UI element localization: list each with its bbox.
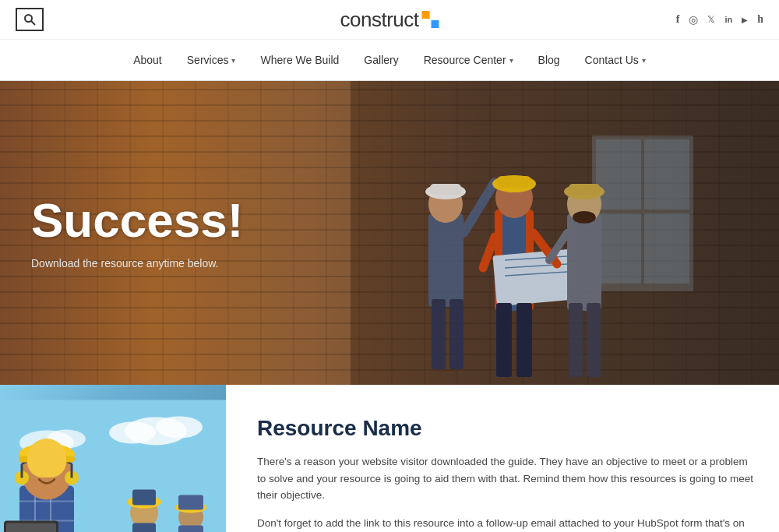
svg-rect-27 xyxy=(567,213,601,311)
search-icon xyxy=(23,13,36,26)
svg-rect-26 xyxy=(516,303,532,377)
nav-item-where-we-build[interactable]: Where We Build xyxy=(248,40,351,80)
svg-line-1 xyxy=(31,21,35,25)
svg-rect-5 xyxy=(596,213,641,284)
nav-item-contact-us[interactable]: Contact Us ▾ xyxy=(573,40,658,80)
svg-rect-30 xyxy=(569,184,600,195)
nav-item-gallery[interactable]: Gallery xyxy=(351,40,411,80)
svg-point-47 xyxy=(37,468,44,474)
content-body-1: There's a reason your website visitor do… xyxy=(257,453,756,504)
chevron-down-icon: ▾ xyxy=(642,56,646,65)
svg-rect-70 xyxy=(178,525,203,532)
svg-point-37 xyxy=(156,416,203,438)
svg-rect-57 xyxy=(23,446,70,462)
hero-section: Success! Download the resource anytime b… xyxy=(0,81,779,385)
svg-rect-13 xyxy=(449,299,464,369)
svg-rect-64 xyxy=(132,489,156,505)
svg-point-0 xyxy=(25,15,32,22)
svg-rect-4 xyxy=(644,139,689,210)
facebook-icon[interactable] xyxy=(676,13,680,26)
svg-rect-49 xyxy=(34,467,47,475)
svg-rect-6 xyxy=(644,213,689,284)
main-nav: About Services ▾ Where We Build Gallery … xyxy=(0,40,779,81)
nav-item-about[interactable]: About xyxy=(121,40,174,80)
hero-title: Success! xyxy=(31,196,243,245)
svg-rect-10 xyxy=(430,184,461,195)
svg-rect-12 xyxy=(432,299,446,369)
houzz-icon[interactable] xyxy=(757,13,763,26)
youtube-icon[interactable] xyxy=(742,16,748,24)
svg-rect-60 xyxy=(6,523,56,532)
linkedin-icon[interactable] xyxy=(724,15,732,24)
svg-rect-19 xyxy=(492,249,574,306)
svg-point-31 xyxy=(573,211,596,224)
content-worker-illustration xyxy=(0,385,226,532)
chevron-down-icon: ▾ xyxy=(509,56,513,65)
content-body-2: Don't forget to add the link to this res… xyxy=(257,515,756,532)
logo-icon xyxy=(422,11,439,28)
svg-point-46 xyxy=(22,448,72,499)
svg-line-23 xyxy=(483,237,495,268)
svg-rect-34 xyxy=(587,303,601,377)
logo-text: construct xyxy=(340,8,419,32)
nav-list: About Services ▾ Where We Build Gallery … xyxy=(121,40,658,80)
nav-item-services[interactable]: Services ▾ xyxy=(174,40,249,80)
twitter-icon[interactable] xyxy=(707,14,715,25)
svg-rect-25 xyxy=(496,303,512,377)
svg-point-48 xyxy=(50,468,56,474)
content-section: Resource Name There's a reason your webs… xyxy=(0,385,779,532)
svg-point-40 xyxy=(47,429,86,448)
svg-rect-69 xyxy=(178,495,203,509)
resource-title: Resource Name xyxy=(257,416,756,441)
svg-rect-3 xyxy=(596,139,641,210)
nav-item-resource-center[interactable]: Resource Center ▾ xyxy=(411,40,526,80)
hero-illustration xyxy=(374,89,701,385)
chevron-down-icon: ▾ xyxy=(231,56,235,65)
svg-rect-65 xyxy=(132,523,156,532)
content-image xyxy=(0,385,226,532)
site-header: construct xyxy=(0,0,779,40)
hero-subtitle: Download the resource anytime below. xyxy=(31,257,243,270)
svg-rect-7 xyxy=(428,213,464,307)
nav-item-blog[interactable]: Blog xyxy=(526,40,573,80)
search-button[interactable] xyxy=(16,8,44,31)
svg-rect-58 xyxy=(19,456,75,462)
svg-line-11 xyxy=(464,182,495,233)
site-logo[interactable]: construct xyxy=(340,8,439,32)
hero-content: Success! Download the resource anytime b… xyxy=(31,196,243,270)
social-icons-bar xyxy=(676,13,763,26)
svg-point-38 xyxy=(109,421,156,443)
content-text-area: Resource Name There's a reason your webs… xyxy=(226,385,779,532)
svg-rect-33 xyxy=(569,303,583,377)
svg-rect-50 xyxy=(47,467,59,475)
header-left xyxy=(16,8,44,31)
svg-rect-18 xyxy=(497,176,531,188)
instagram-icon[interactable] xyxy=(689,13,698,26)
